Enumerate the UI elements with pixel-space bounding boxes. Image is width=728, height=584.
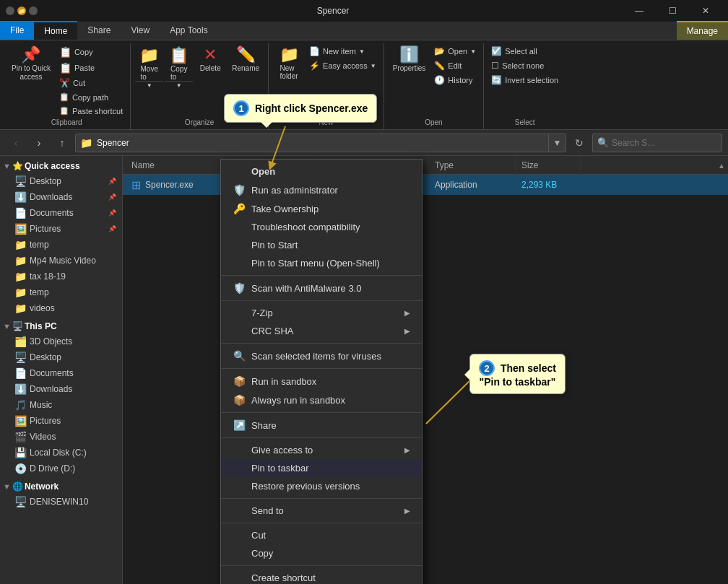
search-input[interactable] (612, 138, 717, 148)
cm-restore-versions[interactable]: Restore previous versions (221, 477, 422, 495)
sidebar-item-pictures[interactable]: 🖼️ Pictures 📌 (0, 221, 122, 237)
cm-send-to[interactable]: Send to ▶ (221, 502, 422, 520)
col-type-header[interactable]: Type (429, 156, 516, 175)
music-label: Music (30, 400, 52, 410)
move-to-split[interactable]: 📁 Moveto ▼ (135, 45, 163, 90)
forward-button[interactable]: › (29, 133, 49, 153)
select-none-label: Select none (502, 61, 544, 70)
sidebar-item-pictures-pc[interactable]: 🖼️ Pictures (0, 413, 122, 429)
cut-button[interactable]: ✂️ Cut (56, 77, 126, 90)
cm-copy[interactable]: Copy (221, 544, 422, 562)
sidebar-item-documents-pc[interactable]: 📄 Documents (0, 365, 122, 381)
address-box[interactable]: 📁 Spencer ▼ (75, 134, 566, 152)
copy-to-arrow[interactable]: ▼ (165, 81, 193, 90)
cm-pin-taskbar[interactable]: Pin to taskbar (221, 459, 422, 477)
cm-cut[interactable]: Cut (221, 526, 422, 544)
sidebar-item-localdisk[interactable]: 💾 Local Disk (C:) (0, 445, 122, 461)
move-to-arrow[interactable]: ▼ (135, 81, 163, 90)
tab-home[interactable]: Home (34, 21, 77, 40)
new-folder-button[interactable]: 📁 Newfolder (273, 45, 305, 82)
tab-file[interactable]: File (0, 21, 34, 40)
tab-view[interactable]: View (121, 21, 160, 40)
minimize-button[interactable]: — (623, 0, 656, 22)
cm-restore-label: Restore previous versions (251, 481, 360, 492)
temp2-label: temp (30, 287, 49, 297)
refresh-button[interactable]: ↻ (569, 133, 589, 153)
new-item-button[interactable]: 📄 New item ▼ (306, 45, 379, 58)
history-button[interactable]: 🕐 History (431, 74, 479, 87)
sidebar-item-temp1[interactable]: 📁 temp (0, 237, 122, 253)
paste-button[interactable]: 📋 Paste (56, 61, 126, 75)
pc-collapse-icon: ▼ (3, 322, 11, 331)
sidebar-item-videos-qa[interactable]: 📁 videos (0, 300, 122, 316)
cm-create-shortcut[interactable]: Create shortcut (221, 569, 422, 584)
sidebar-item-ddrive[interactable]: 💿 D Drive (D:) (0, 461, 122, 476)
cm-ownership-label: Take Ownership (251, 204, 318, 214)
up-button[interactable]: ↑ (52, 133, 72, 153)
tab-manage[interactable]: Manage (677, 21, 728, 40)
cm-pin-start-menu[interactable]: Pin to Start menu (Open-Shell) (221, 254, 422, 272)
cm-crcsha[interactable]: CRC SHA ▶ (221, 322, 422, 340)
address-dropdown[interactable]: ▼ (548, 134, 566, 152)
sidebar-item-tax[interactable]: 📁 tax 18-19 (0, 269, 122, 284)
sidebar-item-videos-pc[interactable]: 🎬 Videos (0, 429, 122, 445)
copy-button[interactable]: 📋 Copy (56, 45, 126, 59)
quick-access-section[interactable]: ▼ ⭐ Quick access (0, 159, 122, 173)
cm-give-access[interactable]: Give access to ▶ (221, 441, 422, 459)
sidebar-item-3dobjects[interactable]: 🗂️ 3D Objects (0, 334, 122, 349)
select-none-button[interactable]: ☐ Select none (488, 59, 561, 72)
cm-pin-start[interactable]: Pin to Start (221, 236, 422, 254)
select-all-button[interactable]: ☑️ Select all (488, 45, 561, 58)
network-section[interactable]: ▼ 🌐 Network (0, 479, 122, 494)
easy-access-button[interactable]: ⚡ Easy access ▼ (306, 59, 379, 72)
tab-apptools[interactable]: App Tools (160, 21, 217, 40)
col-size-header[interactable]: Size (516, 156, 581, 175)
cm-take-ownership[interactable]: 🔑 Take Ownership (221, 199, 422, 218)
sidebar-item-music[interactable]: 🎵 Music (0, 397, 122, 413)
this-pc-section[interactable]: ▼ 🖥️ This PC (0, 319, 122, 334)
rename-button[interactable]: ✏️ Rename (228, 45, 264, 74)
sidebar-item-desktop-pc[interactable]: 🖥️ Desktop (0, 349, 122, 365)
cm-antimalware[interactable]: 🛡️ Scan with AntiMalware 3.0 (221, 279, 422, 297)
delete-button[interactable]: ✕ Delete (194, 45, 226, 74)
close-button[interactable]: ✕ (689, 0, 722, 22)
cm-troubleshoot[interactable]: Troubleshoot compatibility (221, 218, 422, 236)
documents-label: Documents (30, 208, 74, 218)
cm-scan-viruses[interactable]: 🔍 Scan selected items for viruses (221, 347, 422, 365)
sidebar-item-mp4[interactable]: 📁 Mp4 Music Video (0, 253, 122, 269)
copy-to-button[interactable]: 📋 Copyto (165, 45, 193, 81)
window-title: Spencer (43, 6, 623, 16)
cm-run-admin[interactable]: 🛡️ Run as administrator (221, 180, 422, 199)
cm-7zip[interactable]: 7-Zip ▶ (221, 304, 422, 322)
pin-to-quick-access-button[interactable]: 📌 Pin to Quickaccess (7, 45, 55, 84)
invert-selection-button[interactable]: 🔄 Invert selection (488, 74, 561, 87)
search-box[interactable]: 🔍 (592, 134, 722, 152)
sidebar-item-documents[interactable]: 📄 Documents 📌 (0, 205, 122, 221)
paste-shortcut-button[interactable]: 📋 Paste shortcut (56, 105, 126, 117)
cm-open[interactable]: Open (221, 162, 422, 180)
maximize-button[interactable]: ☐ (656, 0, 689, 22)
properties-button[interactable]: ℹ️ Properties (389, 45, 430, 74)
select-all-label: Select all (505, 47, 537, 56)
scroll-up-btn[interactable]: ▲ (718, 156, 728, 175)
tab-share[interactable]: Share (77, 21, 121, 40)
copy-to-split[interactable]: 📋 Copyto ▼ (165, 45, 193, 90)
sidebar-item-denise[interactable]: 🖥️ DENISEWIN10 (0, 494, 122, 510)
sidebar-item-downloads-pc[interactable]: ⬇️ Downloads (0, 381, 122, 397)
sidebar-item-desktop[interactable]: 🖥️ Desktop 📌 (0, 173, 122, 189)
downloads-icon: ⬇️ (14, 191, 27, 203)
edit-button[interactable]: ✏️ Edit (431, 59, 479, 72)
open-button[interactable]: 📂 Open ▼ (431, 45, 479, 58)
cm-always-sandbox[interactable]: 📦 Always run in sandbox (221, 391, 422, 409)
cm-share[interactable]: ↗️ Share (221, 416, 422, 435)
table-row[interactable]: ⊞ Spencer.exe 12/02/2020 6:41 AM Applica… (123, 175, 728, 195)
back-button[interactable]: ‹ (6, 133, 26, 153)
sidebar-item-downloads[interactable]: ⬇️ Downloads 📌 (0, 189, 122, 205)
edit-label: Edit (448, 61, 462, 70)
cm-troubleshoot-label: Troubleshoot compatibility (251, 222, 360, 232)
copy-path-button[interactable]: 📋 Copy path (56, 91, 126, 103)
sidebar-item-temp2[interactable]: 📁 temp (0, 284, 122, 300)
cm-run-sandbox[interactable]: 📦 Run in sandbox (221, 372, 422, 391)
move-to-button[interactable]: 📁 Moveto (135, 45, 163, 81)
callout-1: 1 Right click Spencer.exe (224, 94, 377, 123)
